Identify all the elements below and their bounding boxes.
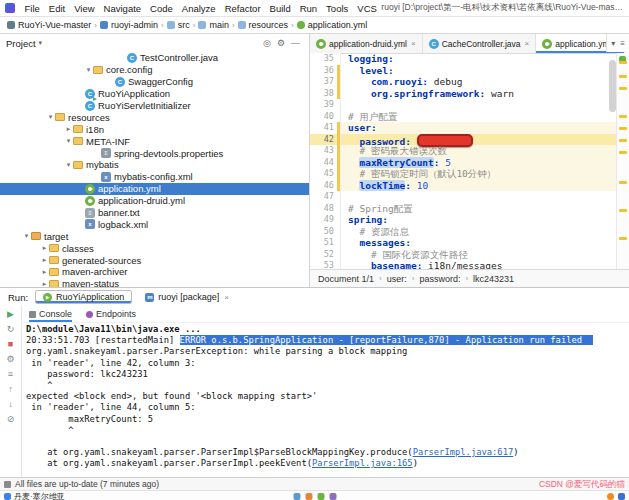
- tree-item-banner-txt[interactable]: ≡banner.txt: [0, 207, 309, 219]
- code-line: # 用户配置: [341, 111, 629, 123]
- breadcrumb-item-ruoyi-admin[interactable]: ruoyi-admin: [100, 20, 158, 30]
- console-text: ): [513, 447, 518, 457]
- run-tab-ruoyiapplication[interactable]: ▶RuoYiApplication: [35, 290, 132, 304]
- menu-edit[interactable]: Edit: [44, 3, 69, 14]
- editor-breadcrumb-item[interactable]: user:: [387, 274, 407, 284]
- editor-scrollbar-thumb[interactable]: [609, 60, 616, 112]
- rerun-button[interactable]: ▶: [7, 309, 14, 320]
- clear-console-button[interactable]: ⊘: [7, 414, 15, 425]
- tree-item-swaggerconfig[interactable]: CSwaggerConfig: [0, 76, 309, 88]
- chevron-collapsed-icon[interactable]: ▸: [40, 256, 49, 264]
- tab-cachecontroller-java[interactable]: CCacheController.java×: [423, 34, 537, 53]
- breadcrumb-item-application-yml[interactable]: application.yml: [297, 20, 368, 30]
- tab-endpoints[interactable]: Endpoints: [86, 306, 136, 322]
- editor-lines[interactable]: logging: level: com.ruoyi: debug org.spr…: [341, 53, 629, 270]
- chevron-expanded-icon[interactable]: ▾: [46, 113, 55, 121]
- tab-list-dropdown-icon[interactable]: ▾: [611, 39, 615, 48]
- close-icon[interactable]: ×: [224, 293, 229, 302]
- chevron-expanded-icon[interactable]: ▾: [64, 137, 73, 145]
- menu-refactor[interactable]: Refactor: [220, 3, 265, 14]
- tree-item-testcontroller-java[interactable]: CTestController.java: [0, 52, 309, 64]
- tray-icon-1[interactable]: [607, 493, 614, 500]
- menu-code[interactable]: Code: [146, 3, 178, 14]
- down-stack-trace-button[interactable]: ↓: [8, 399, 13, 410]
- code-line: # 密码最大错误次数: [341, 145, 629, 157]
- editor-breadcrumb-item[interactable]: lkc243231: [473, 274, 514, 284]
- close-icon[interactable]: ×: [411, 39, 416, 48]
- yaml-value: debug: [434, 76, 463, 87]
- tree-item-ruoyiservletinitializer[interactable]: CRuoYiServletInitializer: [0, 100, 309, 112]
- hide-panel-button[interactable]: —: [288, 38, 303, 48]
- tree-item-maven-status[interactable]: ▸maven-status: [0, 278, 309, 287]
- breadcrumb-item-main[interactable]: main: [198, 20, 229, 30]
- line-number: 35: [310, 53, 340, 65]
- breadcrumb-item-src[interactable]: src: [167, 20, 190, 30]
- chevron-collapsed-icon[interactable]: ▸: [40, 268, 49, 276]
- tree-item-generated-sources[interactable]: ▸generated-sources: [0, 254, 309, 266]
- tree-item-spring-devtools-properties[interactable]: ≡spring-devtools.properties: [0, 147, 309, 159]
- menu-file[interactable]: File: [20, 3, 44, 14]
- taskbar-widget[interactable]: 丹麦·塞尔维亚: [4, 491, 65, 500]
- tray-icon-2[interactable]: [618, 493, 625, 500]
- locate-file-button[interactable]: ◎: [260, 38, 274, 48]
- tree-item-classes[interactable]: ▸classes: [0, 242, 309, 254]
- tree-item-resources[interactable]: ▾resources: [0, 111, 309, 123]
- tree-item-target[interactable]: ▾target: [0, 230, 309, 242]
- tree-item-logback-xml[interactable]: xlogback.xml: [0, 218, 309, 230]
- chevron-collapsed-icon[interactable]: ▸: [40, 244, 49, 252]
- chevron-expanded-icon[interactable]: ▾: [64, 161, 73, 169]
- taskbar-app-icon-1[interactable]: [293, 493, 300, 500]
- stop-button[interactable]: ■: [8, 339, 13, 350]
- taskbar-app-icon-3[interactable]: [317, 493, 324, 500]
- menu-analyze[interactable]: Analyze: [177, 3, 220, 14]
- tree-item-application-yml[interactable]: application.yml: [0, 183, 309, 195]
- tab-application-druid-yml[interactable]: application-druid.yml×: [310, 34, 423, 53]
- line-number: 43: [310, 145, 340, 157]
- tree-item-i18n[interactable]: ▸i18n: [0, 123, 309, 135]
- tree-item-mybatis-config-xml[interactable]: xmybatis-config.xml: [0, 171, 309, 183]
- stack-trace-link[interactable]: ParserImpl.java:165: [312, 458, 413, 468]
- tree-item-maven-archiver[interactable]: ▸maven-archiver: [0, 266, 309, 278]
- menu-navigate[interactable]: Navigate: [99, 3, 146, 14]
- breadcrumb-item-ruoyi-vue-master[interactable]: RuoYi-Vue-master: [7, 20, 91, 30]
- code-area[interactable]: 35363738394041424344454647484950515253 l…: [310, 53, 629, 270]
- close-icon[interactable]: ×: [525, 39, 530, 48]
- breadcrumb-label: RuoYi-Vue-master: [18, 20, 91, 30]
- maven-icon: m: [145, 293, 154, 302]
- tree-item-core-config[interactable]: ▾core.config: [0, 64, 309, 76]
- menu-vcs[interactable]: VCS: [353, 3, 382, 14]
- editor-breadcrumb-item[interactable]: password:: [419, 274, 460, 284]
- console-output[interactable]: D:\module\Java11\bin\java.exe ...20:33:5…: [21, 322, 629, 478]
- settings-button[interactable]: ⚙: [274, 38, 288, 48]
- editor-breadcrumb-item[interactable]: Document 1/1: [318, 274, 374, 284]
- menu-run[interactable]: Run: [295, 3, 321, 14]
- chevron-collapsed-icon[interactable]: ▸: [40, 280, 49, 287]
- tree-item-label: core.config: [106, 64, 152, 75]
- tree-item-mybatis[interactable]: ▾mybatis: [0, 159, 309, 171]
- chevron-expanded-icon[interactable]: ▾: [22, 232, 31, 240]
- soft-wrap-icon[interactable]: ≡: [8, 369, 13, 380]
- settings-icon[interactable]: ⚙: [6, 354, 14, 365]
- taskbar-widget-text: 丹麦·塞尔维亚: [14, 491, 65, 500]
- refresh-button[interactable]: ↻: [7, 324, 15, 335]
- text: [348, 157, 359, 168]
- taskbar-app-icon-2[interactable]: [305, 493, 312, 500]
- comment-text: # 用户配置: [348, 111, 397, 122]
- project-panel-title[interactable]: Project: [6, 38, 36, 49]
- chevron-expanded-icon[interactable]: ▾: [84, 66, 93, 74]
- chevron-down-icon[interactable]: ▾: [39, 39, 43, 47]
- menu-view[interactable]: View: [70, 3, 99, 14]
- taskbar-app-icon-4[interactable]: [329, 493, 336, 500]
- tree-item-application-druid-yml[interactable]: application-druid.yml: [0, 195, 309, 207]
- stack-trace-link[interactable]: ParserImpl.java:617: [413, 447, 514, 457]
- tree-item-ruoyiapplication[interactable]: CRuoYiApplication: [0, 88, 309, 100]
- menu-build[interactable]: Build: [265, 3, 295, 14]
- tree-item-meta-inf[interactable]: ▾META-INF: [0, 135, 309, 147]
- up-stack-trace-button[interactable]: ↑: [8, 384, 13, 395]
- breadcrumb-item-resources[interactable]: resources: [238, 20, 289, 30]
- chevron-collapsed-icon[interactable]: ▸: [64, 125, 73, 133]
- tab-console[interactable]: Console: [29, 306, 72, 322]
- editor-options-icon[interactable]: ≡: [620, 39, 625, 48]
- menu-tools[interactable]: Tools: [322, 3, 353, 14]
- run-tab-ruoyi-package[interactable]: mruoyi [package]×: [138, 290, 236, 304]
